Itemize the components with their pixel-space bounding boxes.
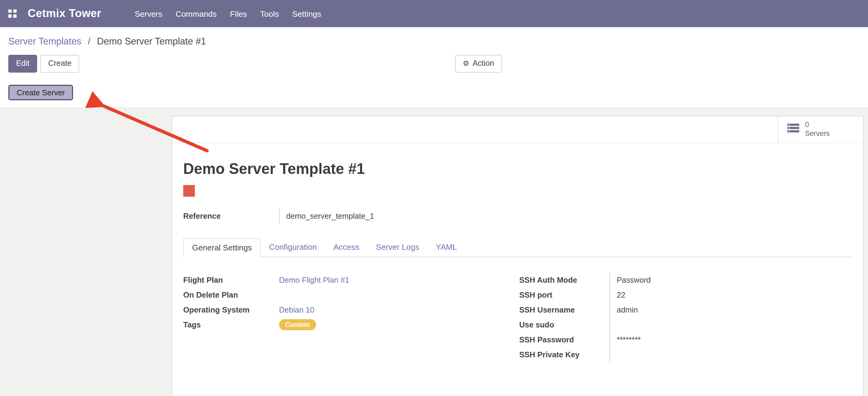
button-box: 0 Servers (172, 116, 863, 143)
ssh-port-label: SSH port (519, 287, 609, 302)
servers-stat-button[interactable]: 0 Servers (778, 116, 863, 142)
servers-count-label: Servers (805, 129, 830, 138)
tab-bar: General Settings Configuration Access Se… (183, 238, 852, 257)
nav-item-commands[interactable]: Commands (176, 9, 217, 18)
field-row-ssh-port: SSH port 22 (519, 287, 852, 302)
on-delete-plan-label: On Delete Plan (183, 287, 279, 302)
reference-value: demo_server_template_1 (279, 209, 374, 224)
ssh-password-label: SSH Password (519, 332, 609, 347)
apps-grid-icon[interactable] (8, 9, 17, 18)
use-sudo-label: Use sudo (519, 317, 609, 332)
flight-plan-label: Flight Plan (183, 272, 279, 287)
flight-plan-link[interactable]: Demo Flight Plan #1 (279, 275, 349, 284)
reference-field: Reference demo_server_template_1 (183, 209, 852, 224)
field-row-ssh-auth-mode: SSH Auth Mode Password (519, 272, 852, 287)
top-navbar: Cetmix Tower Servers Commands Files Tool… (0, 0, 868, 27)
left-field-group: Flight Plan Demo Flight Plan #1 On Delet… (183, 272, 519, 362)
form-sheet: 0 Servers Demo Server Template #1 Refere… (172, 115, 864, 396)
main-menu: Servers Commands Files Tools Settings (134, 9, 321, 18)
nav-item-servers[interactable]: Servers (134, 9, 162, 18)
operating-system-label: Operating System (183, 302, 279, 317)
ssh-username-value: admin (610, 302, 852, 317)
ssh-private-key-label: SSH Private Key (519, 347, 609, 362)
field-row-on-delete-plan: On Delete Plan (183, 287, 519, 302)
field-row-ssh-private-key: SSH Private Key (519, 347, 852, 362)
right-field-group: SSH Auth Mode Password SSH port 22 SSH U… (519, 272, 852, 362)
ssh-password-value: ******** (610, 332, 852, 347)
server-stack-icon (787, 124, 799, 135)
ssh-private-key-value (610, 347, 852, 362)
reference-label: Reference (183, 209, 279, 224)
gear-icon: ⚙ (463, 60, 469, 67)
breadcrumb: Server Templates / Demo Server Template … (0, 27, 868, 50)
tags-label: Tags (183, 317, 279, 332)
nav-item-tools[interactable]: Tools (260, 9, 279, 18)
action-button[interactable]: ⚙ Action (455, 55, 502, 72)
ssh-auth-mode-label: SSH Auth Mode (519, 272, 609, 287)
ssh-auth-mode-value: Password (610, 272, 852, 287)
breadcrumb-current: Demo Server Template #1 (97, 36, 206, 47)
record-title: Demo Server Template #1 (183, 161, 852, 177)
create-button[interactable]: Create (40, 55, 79, 72)
operating-system-link[interactable]: Debian 10 (279, 305, 314, 314)
tab-general-settings[interactable]: General Settings (183, 238, 261, 257)
action-button-label: Action (473, 59, 494, 68)
color-swatch[interactable] (183, 185, 195, 196)
tab-configuration[interactable]: Configuration (261, 238, 325, 257)
tag-badge-custom[interactable]: Custom (279, 319, 316, 330)
statusbar: Create Server (0, 80, 868, 108)
use-sudo-value (610, 317, 852, 332)
edit-button[interactable]: Edit (8, 55, 37, 72)
form-buttons-row: Edit Create ⚙ Action (0, 51, 868, 80)
tab-yaml[interactable]: YAML (428, 238, 465, 257)
content-area: 0 Servers Demo Server Template #1 Refere… (0, 108, 868, 396)
field-row-ssh-password: SSH Password ******** (519, 332, 852, 347)
field-row-tags: Tags Custom (183, 317, 519, 332)
breadcrumb-parent-link[interactable]: Server Templates (8, 36, 81, 47)
tab-server-logs[interactable]: Server Logs (368, 238, 428, 257)
app-root: Cetmix Tower Servers Commands Files Tool… (0, 0, 868, 396)
field-row-ssh-username: SSH Username admin (519, 302, 852, 317)
nav-item-settings[interactable]: Settings (292, 9, 321, 18)
breadcrumb-separator: / (88, 36, 91, 47)
field-groups: Flight Plan Demo Flight Plan #1 On Delet… (183, 272, 852, 362)
ssh-port-value: 22 (610, 287, 852, 302)
field-row-flight-plan: Flight Plan Demo Flight Plan #1 (183, 272, 519, 287)
field-row-operating-system: Operating System Debian 10 (183, 302, 519, 317)
brand-title[interactable]: Cetmix Tower (28, 7, 101, 20)
ssh-username-label: SSH Username (519, 302, 609, 317)
field-row-use-sudo: Use sudo (519, 317, 852, 332)
tab-access[interactable]: Access (325, 238, 368, 257)
servers-count: 0 (805, 120, 830, 129)
create-server-button[interactable]: Create Server (8, 84, 73, 100)
nav-item-files[interactable]: Files (230, 9, 247, 18)
